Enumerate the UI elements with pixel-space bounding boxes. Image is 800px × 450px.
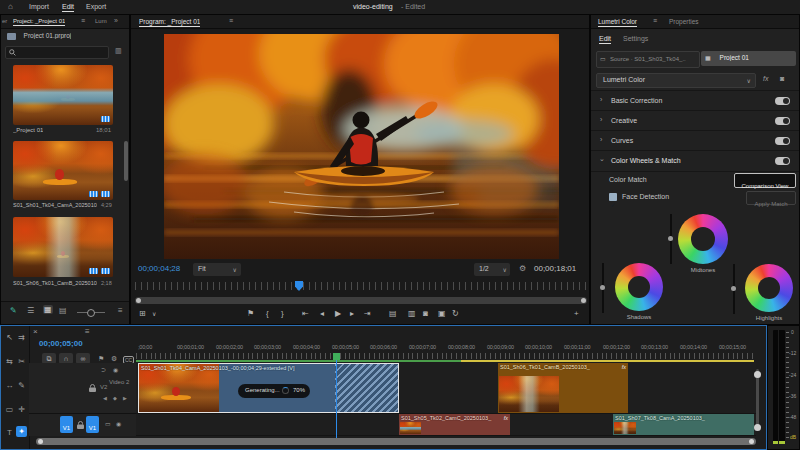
shadows-color-wheel[interactable]: [615, 263, 663, 311]
loop-button[interactable]: ↻: [452, 309, 459, 318]
clip-cama-audio[interactable]: S01_Sh07_Tk08_CamA_20250103_: [613, 414, 754, 435]
panel-menu-icon[interactable]: ≡: [85, 327, 90, 336]
program-zoom-scrollbar[interactable]: [135, 297, 587, 304]
face-detection-checkbox[interactable]: ✓: [609, 193, 617, 201]
go-to-out-button[interactable]: ⇥: [364, 309, 371, 318]
midtones-color-wheel[interactable]: [678, 214, 728, 264]
apply-match-button[interactable]: Apply Match: [746, 191, 796, 205]
lock-icon[interactable]: [77, 421, 84, 429]
menu-edit[interactable]: Edit: [62, 3, 74, 12]
section-enable-toggle[interactable]: [775, 117, 790, 125]
selection-tool[interactable]: ↖: [4, 332, 15, 343]
ripple-edit-tool[interactable]: ⇆: [4, 356, 15, 367]
track-target-v1[interactable]: V1: [86, 416, 99, 433]
lock-icon[interactable]: [89, 384, 96, 392]
midtones-luma-knob[interactable]: [668, 236, 673, 241]
timeline-current-timecode[interactable]: 00;00;05;00: [39, 339, 83, 348]
home-icon[interactable]: ⌂: [8, 2, 13, 11]
source-clip-button[interactable]: ▭ Source · S01_Sh03_Tk04_..: [596, 51, 700, 68]
filter-bin-icon[interactable]: ▥: [115, 47, 122, 55]
section-creative[interactable]: › Creative: [591, 110, 799, 131]
highlights-color-wheel[interactable]: [745, 264, 793, 312]
keyframe-next-icon[interactable]: ▶: [123, 395, 127, 401]
project-file-name[interactable]: _Project 01.prproj: [20, 32, 71, 39]
razor-tool[interactable]: ✂: [16, 356, 27, 367]
program-video-frame[interactable]: [164, 34, 559, 259]
slip-tool[interactable]: ↔: [4, 380, 15, 391]
menu-export[interactable]: Export: [86, 3, 106, 10]
icon-view-icon[interactable]: ▦: [43, 305, 53, 314]
menu-import[interactable]: Import: [29, 3, 49, 10]
bin-item-thumbnail[interactable]: [13, 217, 113, 277]
keyframe-add-icon[interactable]: ◆: [113, 395, 117, 401]
rectangle-tool[interactable]: ▭: [4, 404, 15, 415]
go-to-in-button[interactable]: ⇤: [302, 309, 309, 318]
panel-menu-icon[interactable]: ≡: [229, 17, 233, 24]
fx-bypass-icon[interactable]: fx: [763, 75, 768, 82]
panel-menu-icon[interactable]: ≡: [653, 17, 657, 24]
generative-extend-tool[interactable]: ✦: [16, 426, 27, 437]
track-v2-badge[interactable]: V2: [100, 384, 107, 390]
keyframe-prev-icon[interactable]: ◀: [103, 395, 107, 401]
highlights-luma-knob[interactable]: [731, 286, 736, 291]
program-mini-ruler[interactable]: [135, 282, 587, 290]
effect-preset-dropdown[interactable]: Lumetri Color ∨: [596, 73, 756, 88]
search-input[interactable]: [5, 46, 109, 59]
project-writable-icon[interactable]: ✎: [10, 306, 17, 315]
scrollbar-left-handle[interactable]: [136, 298, 141, 303]
zoom-slider-knob[interactable]: [87, 309, 95, 317]
step-forward-button[interactable]: ▸: [350, 309, 354, 318]
vscrollbar-top-handle[interactable]: [754, 371, 761, 378]
subtab-edit[interactable]: Edit: [599, 35, 611, 44]
bin-item-name[interactable]: _Project 01: [13, 127, 43, 133]
close-panel-icon[interactable]: ×: [33, 327, 38, 336]
timeline-playhead-line[interactable]: [336, 360, 337, 438]
section-enable-toggle[interactable]: [775, 157, 790, 165]
source-patch-v1[interactable]: V1: [60, 416, 73, 433]
section-curves[interactable]: › Curves: [591, 130, 799, 151]
bin-item-name[interactable]: S01_Sh06_Tk01_CamB_20250103..: [13, 280, 97, 286]
poster-frame-button[interactable]: ⊞: [139, 309, 146, 318]
subtab-settings[interactable]: Settings: [623, 35, 648, 42]
pen-tool[interactable]: ✎: [16, 380, 27, 391]
tab-lumetri-color[interactable]: Lumetri Color: [598, 18, 637, 27]
fit-dropdown[interactable]: Fit ∨: [193, 263, 241, 276]
hscrollbar-left-handle[interactable]: [38, 439, 43, 444]
bin-item-thumbnail[interactable]: [13, 141, 113, 200]
lift-button[interactable]: ▤: [389, 309, 397, 318]
tab-project[interactable]: Project: _Project 01: [13, 18, 65, 26]
export-frame-button[interactable]: ◙: [423, 309, 428, 318]
timeline-playhead-head[interactable]: [333, 353, 340, 360]
bin-item-name[interactable]: S01_Sh01_Tk04_CamA_20250103..: [13, 202, 97, 208]
project-scrollbar[interactable]: [124, 141, 128, 181]
hand-tool[interactable]: ✛: [16, 404, 27, 415]
chevron-down-icon[interactable]: ∨: [152, 310, 156, 317]
snapshot-icon[interactable]: ◙: [780, 75, 784, 82]
sync-lock-icon[interactable]: ⊃: [101, 366, 106, 373]
vscrollbar-bottom-handle[interactable]: [754, 424, 761, 431]
track-select-tool[interactable]: ⇉: [16, 332, 27, 343]
track-output-eye-icon[interactable]: ◉: [113, 366, 118, 373]
shadows-luma-knob[interactable]: [600, 285, 605, 290]
type-tool[interactable]: T: [4, 427, 15, 438]
track-v2-name[interactable]: Video 2: [109, 379, 129, 385]
tab-program[interactable]: Program: _Project 01: [139, 18, 200, 27]
target-sequence-button[interactable]: ▦ _Project 01: [701, 51, 796, 66]
tab-properties[interactable]: Properties: [669, 18, 699, 25]
section-basic-correction[interactable]: › Basic Correction: [591, 90, 799, 111]
clip-camb[interactable]: S01_Sh06_Tk01_CamB_20250103_ fx: [498, 363, 628, 413]
mark-in-button[interactable]: {: [266, 309, 269, 318]
hscrollbar-right-handle[interactable]: [749, 439, 754, 444]
timeline-ruler[interactable]: ;00;00 00;00;01;00 00;00;02;00 00;00;03;…: [136, 344, 756, 360]
play-button[interactable]: ▶: [335, 309, 341, 318]
multicam-button[interactable]: ▣: [438, 309, 446, 318]
add-marker-button[interactable]: ⚑: [98, 355, 104, 363]
add-marker-button[interactable]: ⚑: [247, 309, 254, 318]
freeform-view-icon[interactable]: ▤: [59, 306, 67, 315]
section-color-wheels-match[interactable]: ⌄ Color Wheels & Match: [591, 150, 799, 172]
comparison-view-button[interactable]: Comparison View: [734, 173, 796, 188]
tab-lumetri-scopes[interactable]: Lum: [95, 18, 107, 24]
step-back-button[interactable]: ◂: [320, 309, 324, 318]
project-toolbar-menu-icon[interactable]: ≡: [118, 306, 123, 315]
bin-item-thumbnail[interactable]: [13, 65, 113, 125]
